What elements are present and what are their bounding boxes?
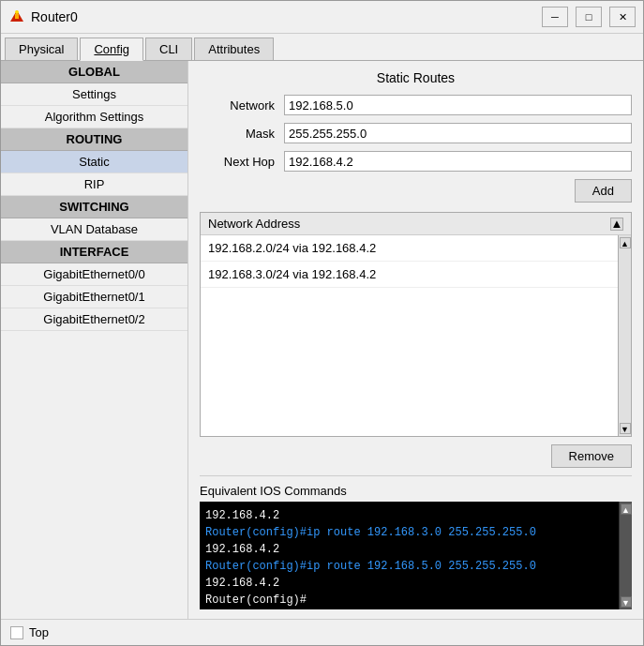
main-content: GLOBAL Settings Algorithm Settings ROUTI… xyxy=(1,61,643,619)
main-window: Router0 ─ □ ✕ Physical Config CLI Attrib… xyxy=(0,0,644,646)
ios-line: Router(config)#ip route 192.168.5.0 255.… xyxy=(205,558,626,575)
minimize-button[interactable]: ─ xyxy=(542,7,568,27)
top-label: Top xyxy=(29,625,49,639)
top-checkbox[interactable] xyxy=(10,626,23,639)
window-controls: ─ □ ✕ xyxy=(542,7,636,27)
tab-cli[interactable]: CLI xyxy=(145,38,192,60)
add-row: Add xyxy=(200,179,632,203)
ios-scrollbar: ▲ ▼ xyxy=(619,502,632,609)
tab-bar: Physical Config CLI Attributes xyxy=(1,34,643,61)
sidebar-item-gigabit0-1[interactable]: GigabitEthernet0/1 xyxy=(1,286,187,308)
sidebar-item-vlan-database[interactable]: VLAN Database xyxy=(1,218,187,241)
close-button[interactable]: ✕ xyxy=(609,7,636,27)
remove-row: Remove xyxy=(200,444,632,468)
network-row: Network xyxy=(200,95,632,115)
sidebar-item-gigabit0-0[interactable]: GigabitEthernet0/0 xyxy=(1,263,187,286)
window-title: Router0 xyxy=(31,9,542,24)
sidebar-section-routing: ROUTING xyxy=(1,128,187,151)
sidebar-item-settings[interactable]: Settings xyxy=(1,83,187,106)
mask-row: Mask xyxy=(200,123,632,143)
remove-button[interactable]: Remove xyxy=(551,444,632,468)
sidebar-item-rip[interactable]: RIP xyxy=(1,173,187,196)
network-address-box: Network Address ▲ 192.168.2.0/24 via 192… xyxy=(200,212,632,437)
add-button[interactable]: Add xyxy=(575,179,632,203)
ios-line: 192.168.4.2 xyxy=(205,541,626,558)
svg-point-2 xyxy=(15,10,19,14)
svg-rect-1 xyxy=(15,14,19,19)
ios-section: Equivalent IOS Commands 192.168.4.2 Rout… xyxy=(200,475,632,609)
ios-line: Router(config)# xyxy=(205,592,626,608)
scroll-up-icon[interactable]: ▲ xyxy=(610,218,623,231)
right-panel: Static Routes Network Mask Next Hop Add xyxy=(188,61,643,619)
list-item[interactable]: 192.168.3.0/24 via 192.168.4.2 xyxy=(201,262,631,288)
tab-attributes[interactable]: Attributes xyxy=(194,38,274,60)
scroll-up-btn[interactable]: ▲ xyxy=(620,237,631,248)
sidebar-section-switching: SWITCHING xyxy=(1,196,187,218)
tab-physical[interactable]: Physical xyxy=(5,38,78,60)
bottom-bar: Top xyxy=(1,619,643,645)
sidebar-item-algorithm-settings[interactable]: Algorithm Settings xyxy=(1,106,187,128)
tab-config[interactable]: Config xyxy=(80,38,143,61)
sidebar-section-global: GLOBAL xyxy=(1,61,187,83)
ios-scroll-up[interactable]: ▲ xyxy=(621,503,632,515)
nexthop-input[interactable] xyxy=(284,151,632,172)
scroll-down-btn[interactable]: ▼ xyxy=(620,423,631,434)
network-input[interactable] xyxy=(284,95,632,115)
network-address-header: Network Address ▲ xyxy=(201,213,631,235)
ios-terminal-wrapper: 192.168.4.2 Router(config)#ip route 192.… xyxy=(200,502,632,609)
app-icon xyxy=(8,8,25,25)
network-address-list: 192.168.2.0/24 via 192.168.4.2 192.168.3… xyxy=(201,235,631,436)
scrollbar-vertical: ▲ ▼ xyxy=(618,235,631,436)
title-bar: Router0 ─ □ ✕ xyxy=(1,1,643,34)
mask-input[interactable] xyxy=(284,123,632,143)
sidebar-section-interface: INTERFACE xyxy=(1,241,187,263)
mask-label: Mask xyxy=(200,127,275,141)
sidebar: GLOBAL Settings Algorithm Settings ROUTI… xyxy=(1,61,188,619)
ios-line: 192.168.4.2 xyxy=(205,507,626,524)
sidebar-item-gigabit0-2[interactable]: GigabitEthernet0/2 xyxy=(1,308,187,331)
section-title: Static Routes xyxy=(200,70,632,85)
nexthop-row: Next Hop xyxy=(200,151,632,172)
maximize-button[interactable]: □ xyxy=(576,7,602,27)
ios-scroll-down[interactable]: ▼ xyxy=(621,596,632,608)
sidebar-inner: GLOBAL Settings Algorithm Settings ROUTI… xyxy=(1,61,187,619)
nexthop-label: Next Hop xyxy=(200,155,275,169)
ios-label: Equivalent IOS Commands xyxy=(200,484,632,498)
sidebar-item-static[interactable]: Static xyxy=(1,151,187,173)
ios-line: 192.168.4.2 xyxy=(205,575,626,592)
ios-line: Router(config)#ip route 192.168.3.0 255.… xyxy=(205,524,626,541)
ios-terminal[interactable]: 192.168.4.2 Router(config)#ip route 192.… xyxy=(200,502,632,609)
network-label: Network xyxy=(200,98,275,113)
list-item[interactable]: 192.168.2.0/24 via 192.168.4.2 xyxy=(201,235,631,262)
